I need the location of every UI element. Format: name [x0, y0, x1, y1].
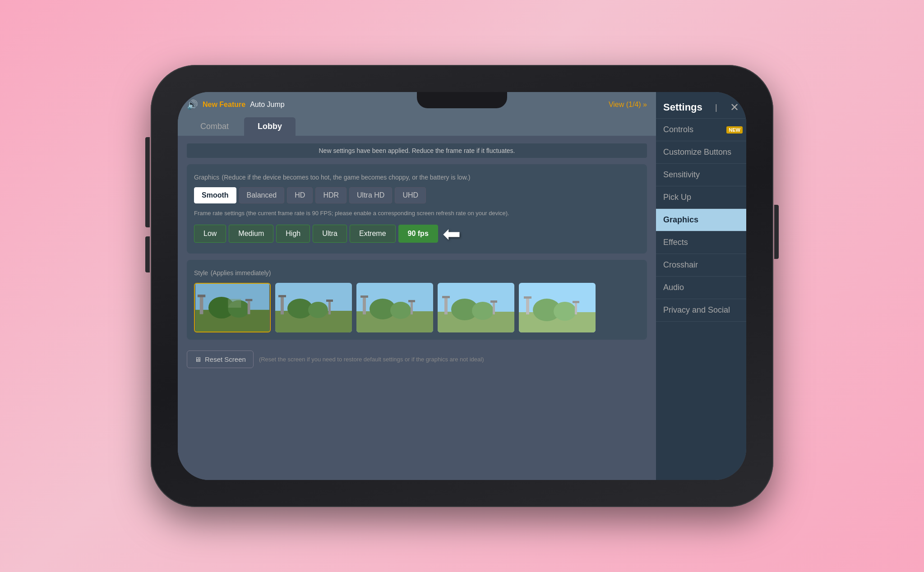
svg-rect-39 — [575, 303, 577, 314]
style-thumb-1[interactable] — [194, 283, 271, 332]
sidebar-item-customize-buttons[interactable]: Customize Buttons — [656, 141, 746, 164]
svg-rect-23 — [411, 302, 413, 314]
quality-btn-ultrahd[interactable]: Ultra HD — [349, 187, 392, 203]
sidebar-item-privacy-social[interactable]: Privacy and Social — [656, 299, 746, 322]
svg-rect-40 — [573, 301, 579, 303]
style-thumb-4[interactable] — [438, 283, 514, 332]
style-thumb-3[interactable] — [356, 283, 433, 332]
style-thumb-5[interactable] — [519, 283, 596, 332]
sidebar-item-pickup[interactable]: Pick Up — [656, 186, 746, 209]
style-title: Style (Applies immediately) — [194, 267, 640, 277]
reset-screen-button[interactable]: 🖥 Reset Screen — [187, 351, 254, 368]
quality-buttons: Smooth Balanced HD HDR Ultra HD UHD — [194, 187, 640, 203]
tabs-bar: Combat Lobby — [178, 117, 656, 136]
style-section: Style (Applies immediately) — [187, 260, 647, 340]
quality-btn-hd[interactable]: HD — [287, 187, 313, 203]
svg-rect-11 — [281, 297, 284, 314]
svg-rect-36 — [524, 296, 531, 299]
svg-rect-15 — [328, 302, 331, 314]
graphics-subtitle: (Reduce if the device becomes too hot, t… — [222, 174, 471, 181]
graphics-title: Graphics (Reduce if the device becomes t… — [194, 171, 640, 182]
fps-btn-ultra[interactable]: Ultra — [313, 225, 347, 243]
content-body: New settings have been applied. Reduce t… — [178, 136, 656, 480]
sidebar-item-crosshair[interactable]: Crosshair — [656, 254, 746, 277]
tab-combat[interactable]: Combat — [187, 117, 242, 136]
fps-btn-extreme[interactable]: Extreme — [350, 225, 396, 243]
quality-btn-uhd[interactable]: UHD — [395, 187, 426, 203]
fps-row: Low Medium High Ultra Extreme 90 fps ⬅ — [194, 221, 640, 246]
sidebar-item-audio[interactable]: Audio — [656, 277, 746, 299]
svg-rect-7 — [245, 299, 252, 301]
fps-buttons: Low Medium High Ultra Extreme 90 fps — [194, 225, 438, 243]
svg-rect-35 — [526, 299, 529, 314]
controls-new-badge: NEW — [726, 126, 743, 134]
svg-rect-6 — [248, 301, 250, 314]
svg-rect-28 — [442, 296, 450, 298]
main-content: 🔊 New Feature Auto Jump View (1/4) » Com… — [178, 92, 656, 480]
phone-shell: 🔊 New Feature Auto Jump View (1/4) » Com… — [151, 65, 773, 507]
frame-rate-info: Frame rate settings (the current frame r… — [194, 210, 640, 217]
quality-btn-hdr[interactable]: HDR — [315, 187, 346, 203]
fps-btn-low[interactable]: Low — [194, 225, 226, 243]
svg-rect-32 — [490, 300, 497, 303]
svg-point-14 — [308, 302, 328, 318]
svg-rect-12 — [278, 295, 286, 297]
svg-rect-27 — [444, 298, 448, 314]
reset-screen-label: Reset Screen — [205, 355, 246, 363]
svg-rect-31 — [493, 303, 495, 314]
svg-point-38 — [554, 302, 576, 321]
svg-rect-2 — [200, 297, 203, 314]
banner-left: 🔊 New Feature Auto Jump — [187, 99, 285, 110]
quality-btn-smooth[interactable]: Smooth — [194, 187, 236, 203]
svg-rect-8 — [228, 299, 241, 308]
notification-bar: New settings have been applied. Reduce t… — [187, 143, 647, 158]
style-thumbnails — [194, 283, 640, 332]
fps-btn-high[interactable]: High — [276, 225, 310, 243]
style-thumb-2[interactable] — [275, 283, 352, 332]
reset-screen-hint: (Reset the screen if you need to restore… — [259, 356, 484, 363]
quality-btn-balanced[interactable]: Balanced — [239, 187, 285, 203]
view-label[interactable]: View (1/4) » — [609, 101, 647, 109]
header-divider: | — [715, 103, 717, 112]
svg-rect-20 — [360, 295, 368, 298]
phone-screen: 🔊 New Feature Auto Jump View (1/4) » Com… — [178, 92, 746, 480]
notch — [417, 92, 507, 108]
tab-lobby[interactable]: Lobby — [244, 117, 296, 136]
fps-btn-90fps[interactable]: 90 fps — [398, 225, 438, 243]
new-feature-label: New Feature — [203, 101, 245, 109]
sidebar-item-controls[interactable]: Controls NEW — [656, 119, 746, 141]
fps-btn-medium[interactable]: Medium — [229, 225, 273, 243]
svg-rect-16 — [326, 300, 333, 302]
reset-section: 🖥 Reset Screen (Reset the screen if you … — [187, 346, 647, 373]
svg-rect-19 — [363, 298, 366, 314]
sidebar-item-effects[interactable]: Effects — [656, 231, 746, 254]
svg-point-30 — [472, 302, 494, 320]
svg-point-22 — [390, 302, 411, 319]
auto-jump-label: Auto Jump — [250, 101, 284, 109]
sidebar-header: Settings | ✕ — [656, 97, 746, 119]
sidebar-item-graphics[interactable]: Graphics — [656, 209, 746, 231]
settings-title: Settings — [663, 101, 702, 113]
svg-rect-3 — [198, 295, 205, 297]
sidebar: Settings | ✕ Controls NEW Customize Butt… — [656, 92, 746, 480]
svg-rect-24 — [408, 300, 415, 302]
close-button[interactable]: ✕ — [730, 101, 739, 114]
graphics-section: Graphics (Reduce if the device becomes t… — [187, 164, 647, 254]
style-subtitle: (Applies immediately) — [211, 269, 271, 277]
speaker-icon: 🔊 — [187, 99, 198, 110]
sidebar-item-sensitivity[interactable]: Sensitivity — [656, 164, 746, 186]
reset-screen-icon: 🖥 — [194, 355, 201, 363]
arrow-indicator: ⬅ — [443, 221, 461, 246]
